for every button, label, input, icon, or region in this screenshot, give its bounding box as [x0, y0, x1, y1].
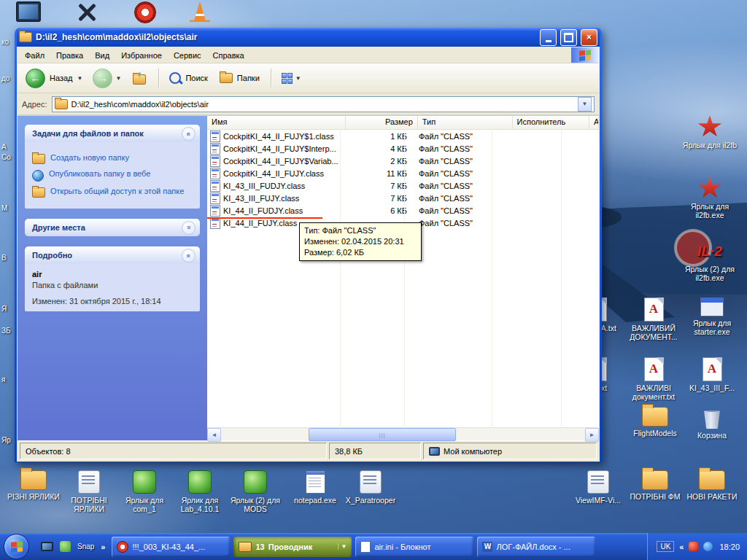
desktop-icon-my-computer[interactable]	[16, 1, 41, 22]
column-artist[interactable]: Исполнитель	[513, 116, 589, 129]
title-bar[interactable]: D:\il2_hesh\com\maddox\il2\objects\air ×	[17, 28, 600, 47]
close-button[interactable]: ×	[581, 29, 597, 46]
minimize-button[interactable]	[540, 29, 557, 46]
restore-button[interactable]	[560, 29, 577, 46]
task-new-folder[interactable]: Создать новую папку	[32, 153, 193, 164]
menu-view[interactable]: Вид	[89, 49, 115, 62]
expand-chevron-icon[interactable]: «	[182, 221, 196, 235]
views-button[interactable]: ▼	[278, 71, 305, 85]
desktop-icon-il2fb[interactable]: Ярлык для il2fb	[682, 115, 738, 149]
desktop-icon-important-doc[interactable]: ВАЖЛИВИЙ ДОКУМЕНТ...	[626, 298, 681, 341]
desktop-icon-mods[interactable]: Ярлык (2) для MODS	[228, 470, 283, 513]
collapse-chevron-icon[interactable]: «	[182, 127, 196, 141]
status-location: Мой компьютер	[423, 443, 597, 459]
edge-label: В	[1, 254, 7, 262]
desktop-icon-il2fb-exe[interactable]: Ярлык для il2fb.exe	[682, 176, 738, 219]
toolbar-separator	[271, 69, 272, 88]
desktop-icon-flightmodels[interactable]: FlightModels	[627, 407, 683, 438]
desktop-icon-recycle-bin[interactable]: Корзина	[684, 407, 740, 440]
desktop-icon-viewimf[interactable]: ViewIMF-Vi...	[573, 470, 623, 505]
details-header[interactable]: Подробно «	[25, 246, 200, 264]
desktop-icon-rizni-yarlyky[interactable]: РІЗНІ ЯРЛИКИ	[6, 470, 61, 501]
tray-app-icon-blue[interactable]	[703, 542, 713, 551]
taskbar-button-opera[interactable]: !!!_003_KI-43_44_...	[112, 537, 230, 557]
tray-expand-chevron[interactable]: «	[679, 542, 684, 551]
menu-tools[interactable]: Сервис	[168, 49, 207, 62]
desktop-icon-x-shortcut[interactable]	[76, 1, 98, 23]
search-button[interactable]: Поиск	[166, 71, 212, 85]
file-row[interactable]: KI_43_III_FUDJY.class 7 КБ Файл "CLASS"	[207, 179, 599, 192]
views-dropdown-icon[interactable]: ▼	[295, 75, 301, 82]
folders-button[interactable]: Папки	[216, 71, 265, 85]
desktop-icon-ki43[interactable]: KI_43_III_F...	[684, 357, 740, 392]
back-button[interactable]: ← Назад ▼	[22, 67, 86, 90]
menu-edit[interactable]: Правка	[50, 49, 89, 62]
horizontal-scrollbar[interactable]: ◄ ||| ►	[207, 427, 599, 440]
file-tasks-header[interactable]: Задачи для файлов и папок «	[25, 125, 200, 142]
taskbar-button-notepad[interactable]: air.ini - Блокнот	[355, 537, 473, 557]
desktop-icon-important-txt[interactable]: ВАЖЛИВІ документ.txt	[626, 357, 681, 401]
scroll-left-button[interactable]: ◄	[207, 428, 221, 442]
language-indicator[interactable]: UK	[657, 541, 674, 552]
scrollbar-track[interactable]: |||	[221, 428, 585, 440]
column-name[interactable]: Имя	[207, 116, 346, 129]
start-button[interactable]	[4, 534, 29, 559]
desktop-icon-com1[interactable]: Ярлык для com_1	[117, 470, 172, 513]
column-gridline	[561, 129, 562, 428]
forward-dropdown-icon[interactable]: ▼	[115, 75, 121, 82]
address-input[interactable]: D:\il2_hesh\com\maddox\il2\objects\air ▼	[52, 96, 595, 112]
desktop-icon-potribni-yarlyky[interactable]: ПОТРІБНІ ЯРЛИКИ	[61, 470, 117, 513]
column-size[interactable]: Размер	[346, 116, 418, 129]
other-places-header[interactable]: Другие места «	[25, 219, 200, 236]
tray-app-icon-red[interactable]	[689, 542, 698, 551]
taskbar-clock[interactable]: 18:20	[719, 542, 740, 551]
address-dropdown-button[interactable]: ▼	[578, 97, 592, 112]
file-row[interactable]: CockpitKI_44_II_FUJY$1.class 1 КБ Файл "…	[207, 130, 599, 142]
forward-button[interactable]: → ▼	[89, 67, 125, 90]
class-file-icon	[210, 155, 220, 167]
quick-launch-overflow[interactable]: »	[101, 542, 105, 551]
column-gridline	[492, 129, 492, 428]
desktop-icon-starter[interactable]: Ярлык для starter.exe	[684, 298, 740, 336]
show-desktop-icon[interactable]	[41, 542, 53, 551]
taskbar-button-explorer-group[interactable]: 13 Проводник ▼	[233, 537, 352, 557]
menu-file[interactable]: Файл	[19, 49, 50, 62]
file-row[interactable]: CockpitKI_44_II_FUJY$Interp... 4 КБ Файл…	[207, 142, 599, 155]
desktop-icon-novi-rakety[interactable]: НОВІ РАКЕТИ	[684, 470, 740, 501]
desktop-icon-notepad[interactable]: notepad.exe	[287, 470, 343, 505]
desktop-icon-vlc[interactable]	[190, 1, 210, 22]
file-row[interactable]: CockpitKI_44_II_FUJY$Variab... 2 КБ Файл…	[207, 155, 599, 167]
vlc-cone-icon	[190, 1, 210, 22]
desktop-icon-potribni-fm[interactable]: ПОТРІБНІ ФМ	[627, 470, 683, 501]
file-row[interactable]: CockpitKI_44_II_FUJY.class 11 КБ Файл "C…	[207, 167, 599, 179]
file-row[interactable]: KI_43_III_FUJY.class 7 КБ Файл "CLASS"	[207, 192, 599, 204]
desktop-icon-paratrooper[interactable]: X_Paratrooper	[343, 470, 398, 505]
up-button[interactable]: ↑	[128, 69, 152, 88]
column-type[interactable]: Тип	[418, 116, 513, 129]
back-dropdown-icon[interactable]: ▼	[77, 75, 83, 82]
group-dropdown-icon[interactable]: ▼	[338, 543, 347, 550]
menu-favorites[interactable]: Избранное	[115, 49, 168, 62]
menu-help[interactable]: Справка	[207, 49, 250, 62]
desktop-icon-il2fb-2[interactable]: IL·2 Ярлык (2) для il2fb.exe	[682, 241, 738, 282]
windows-logo	[571, 47, 599, 63]
address-bar: Адрес: D:\il2_hesh\com\maddox\il2\object…	[18, 93, 599, 116]
collapse-chevron-icon[interactable]: «	[182, 249, 196, 262]
quick-launch-app-icon[interactable]	[60, 541, 71, 552]
red-a-document-icon	[644, 298, 664, 322]
edge-label: Со	[1, 153, 11, 161]
desktop-icon-opera[interactable]	[134, 1, 156, 23]
taskbar-button-word[interactable]: W ЛОГ-ФАЙЛ.docx - ...	[477, 537, 595, 557]
class-file-icon	[210, 192, 220, 204]
quick-launch-snap[interactable]: Snap	[77, 542, 94, 551]
status-objects: Объектов: 8	[20, 443, 327, 459]
task-publish-web[interactable]: Опубликовать папку в вебе	[32, 169, 193, 182]
file-row[interactable]: KI_44_II_FUDJY.class 6 КБ Файл "CLASS"	[207, 204, 599, 217]
desktop-icon-lab41[interactable]: Ярлик для Lab_4.10.1	[172, 470, 228, 513]
scrollbar-thumb[interactable]: |||	[309, 428, 456, 441]
task-share-folder[interactable]: Открыть общий доступ к этой папке	[32, 187, 193, 198]
column-album[interactable]: Альбом	[589, 116, 599, 129]
word-icon: W	[482, 542, 492, 552]
scroll-right-button[interactable]: ►	[585, 428, 599, 442]
new-folder-icon	[32, 154, 45, 164]
